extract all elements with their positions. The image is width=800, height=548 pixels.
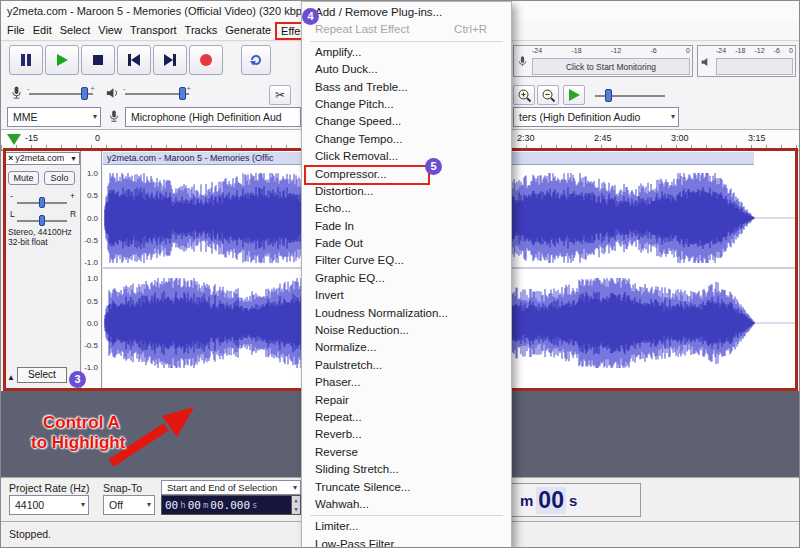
menu-item-label: Wahwah... bbox=[315, 496, 369, 513]
meter-tick-label: -18 bbox=[735, 47, 745, 56]
menu-item-fade-out[interactable]: Fade Out bbox=[302, 235, 511, 252]
menu-item-change-pitch[interactable]: Change Pitch... bbox=[302, 96, 511, 113]
playback-volume-slider[interactable]: - + bbox=[125, 93, 189, 95]
menu-item-repair[interactable]: Repair bbox=[302, 392, 511, 409]
menu-item-reverse[interactable]: Reverse bbox=[302, 444, 511, 461]
project-rate-select[interactable]: 44100 ▾ bbox=[9, 495, 89, 515]
status-text: Stopped. bbox=[9, 528, 51, 540]
recording-volume-slider[interactable]: - + bbox=[29, 93, 93, 95]
zoom-in-button[interactable] bbox=[513, 85, 535, 105]
menu-item-auto-duck[interactable]: Auto Duck... bbox=[302, 61, 511, 78]
menu-item-repeat[interactable]: Repeat... bbox=[302, 409, 511, 426]
menubar-item-file[interactable]: File bbox=[3, 22, 29, 40]
time-hours[interactable]: 00 bbox=[165, 499, 178, 512]
monitor-text[interactable]: Click to Start Monitoring bbox=[532, 58, 690, 75]
stop-button[interactable] bbox=[81, 45, 115, 75]
menu-item-noise-reduction[interactable]: Noise Reduction... bbox=[302, 322, 511, 339]
menu-item-change-speed[interactable]: Change Speed... bbox=[302, 113, 511, 130]
menu-item-amplify[interactable]: Amplify... bbox=[302, 44, 511, 61]
menu-item-change-tempo[interactable]: Change Tempo... bbox=[302, 131, 511, 148]
vertical-scale[interactable]: 1.00.50.0-0.5-1.01.00.50.0-0.5-1.0 bbox=[82, 151, 102, 389]
menu-item-label: Add / Remove Plug-ins... bbox=[315, 4, 442, 21]
playback-meter[interactable]: -24-18-12-60 bbox=[697, 45, 796, 77]
menu-item-bass-and-treble[interactable]: Bass and Treble... bbox=[302, 79, 511, 96]
play-button[interactable] bbox=[45, 45, 79, 75]
recording-device-select[interactable]: Microphone (High Definition Aud bbox=[125, 107, 301, 127]
selection-start-time[interactable]: 00 h 00 m 00.000 s ▲▼ bbox=[161, 495, 301, 515]
skip-to-end-button[interactable] bbox=[153, 45, 187, 75]
time-seconds-unit: s bbox=[250, 500, 259, 510]
menu-item-echo[interactable]: Echo... bbox=[302, 200, 511, 217]
recording-device-icon bbox=[107, 109, 121, 126]
zoom-out-button[interactable] bbox=[537, 85, 559, 105]
playback-device-value: ters (High Definition Audio bbox=[519, 111, 640, 123]
menubar-item-edit[interactable]: Edit bbox=[29, 22, 56, 40]
menu-item-filter-curve-eq[interactable]: Filter Curve EQ... bbox=[302, 252, 511, 269]
pause-button[interactable] bbox=[9, 45, 43, 75]
timeline-pin-icon[interactable] bbox=[7, 134, 21, 145]
time-spinner[interactable]: ▲▼ bbox=[291, 496, 300, 514]
snap-to-select[interactable]: Off ▾ bbox=[103, 495, 155, 515]
menu-item-add-remove-plug-ins[interactable]: Add / Remove Plug-ins... bbox=[302, 4, 511, 21]
menubar-item-transport[interactable]: Transport bbox=[126, 22, 181, 40]
skip-to-start-button[interactable] bbox=[117, 45, 151, 75]
menubar-item-select[interactable]: Select bbox=[56, 22, 95, 40]
menu-item-normalize[interactable]: Normalize... bbox=[302, 339, 511, 356]
menu-item-reverb[interactable]: Reverb... bbox=[302, 426, 511, 443]
menu-item-label: Paulstretch... bbox=[315, 357, 382, 374]
microphone-icon bbox=[9, 85, 24, 103]
play-at-speed-button[interactable] bbox=[563, 85, 585, 105]
pan-thumb[interactable] bbox=[39, 215, 45, 226]
menu-item-label: Limiter... bbox=[315, 518, 358, 535]
menu-item-click-removal[interactable]: Click Removal... bbox=[302, 148, 511, 165]
menu-item-loudness-normalization[interactable]: Loudness Normalization... bbox=[302, 305, 511, 322]
gain-slider[interactable] bbox=[17, 202, 67, 204]
time-seconds[interactable]: 00.000 bbox=[210, 499, 250, 512]
audio-host-select[interactable]: MME ▾ bbox=[7, 107, 101, 127]
step-badge-3: 3 bbox=[69, 371, 86, 388]
playback-volume-thumb[interactable] bbox=[179, 87, 186, 100]
menubar-item-generate[interactable]: Generate bbox=[221, 22, 275, 40]
gain-thumb[interactable] bbox=[39, 197, 45, 208]
play-speed-slider[interactable] bbox=[595, 95, 665, 97]
cut-button[interactable]: ✂ bbox=[269, 85, 291, 105]
menu-item-repeat-last-effect[interactable]: Repeat Last EffectCtrl+R bbox=[302, 21, 511, 38]
menu-item-truncate-silence[interactable]: Truncate Silence... bbox=[302, 479, 511, 496]
big-time-digits[interactable]: 00 bbox=[536, 487, 566, 514]
recording-meter[interactable]: -24-18-12-60 Click to Start Monitoring bbox=[513, 45, 693, 77]
menu-item-fade-in[interactable]: Fade In bbox=[302, 218, 511, 235]
meter-tick-label: -12 bbox=[611, 47, 621, 56]
chevron-down-icon[interactable]: ▼ bbox=[70, 153, 77, 164]
solo-button[interactable]: Solo bbox=[44, 171, 75, 185]
menu-item-compressor[interactable]: Compressor... bbox=[302, 166, 511, 183]
menu-item-paulstretch[interactable]: Paulstretch... bbox=[302, 357, 511, 374]
menu-item-wahwah[interactable]: Wahwah... bbox=[302, 496, 511, 513]
menubar-item-view[interactable]: View bbox=[94, 22, 126, 40]
recording-volume-thumb[interactable] bbox=[81, 87, 88, 100]
menu-separator bbox=[310, 41, 503, 42]
time-minutes[interactable]: 00 bbox=[188, 499, 201, 512]
menu-item-phaser[interactable]: Phaser... bbox=[302, 374, 511, 391]
menu-item-label: Compressor... bbox=[315, 166, 387, 183]
menu-item-invert[interactable]: Invert bbox=[302, 287, 511, 304]
selection-range-mode-select[interactable]: Start and End of Selection ▾ bbox=[161, 480, 301, 495]
pan-slider[interactable] bbox=[17, 220, 67, 222]
menu-item-limiter[interactable]: Limiter... bbox=[302, 518, 511, 535]
close-icon[interactable]: × bbox=[8, 153, 13, 164]
record-button[interactable] bbox=[189, 45, 223, 75]
menu-item-graphic-eq[interactable]: Graphic EQ... bbox=[302, 270, 511, 287]
scale-value-label: 0.5 bbox=[87, 191, 98, 200]
menubar-item-tracks[interactable]: Tracks bbox=[181, 22, 222, 40]
playback-device-select[interactable]: ters (High Definition Audio ▾ bbox=[513, 107, 679, 127]
menu-item-distortion[interactable]: Distortion... bbox=[302, 183, 511, 200]
menu-item-sliding-stretch[interactable]: Sliding Stretch... bbox=[302, 461, 511, 478]
select-button[interactable]: Select bbox=[17, 367, 67, 383]
mute-button[interactable]: Mute bbox=[8, 171, 39, 185]
menu-item-low-pass-filter[interactable]: Low-Pass Filter... bbox=[302, 536, 511, 548]
collapse-track-icon[interactable]: ▲ bbox=[7, 373, 15, 382]
play-speed-thumb[interactable] bbox=[605, 89, 612, 102]
loop-button[interactable] bbox=[241, 45, 271, 75]
track-tab[interactable]: × y2meta.com ▼ bbox=[5, 152, 80, 165]
clip-title: y2meta.com - Maroon 5 - Memories (Offic bbox=[107, 153, 273, 163]
effect-menu: Add / Remove Plug-ins...Repeat Last Effe… bbox=[301, 1, 512, 548]
